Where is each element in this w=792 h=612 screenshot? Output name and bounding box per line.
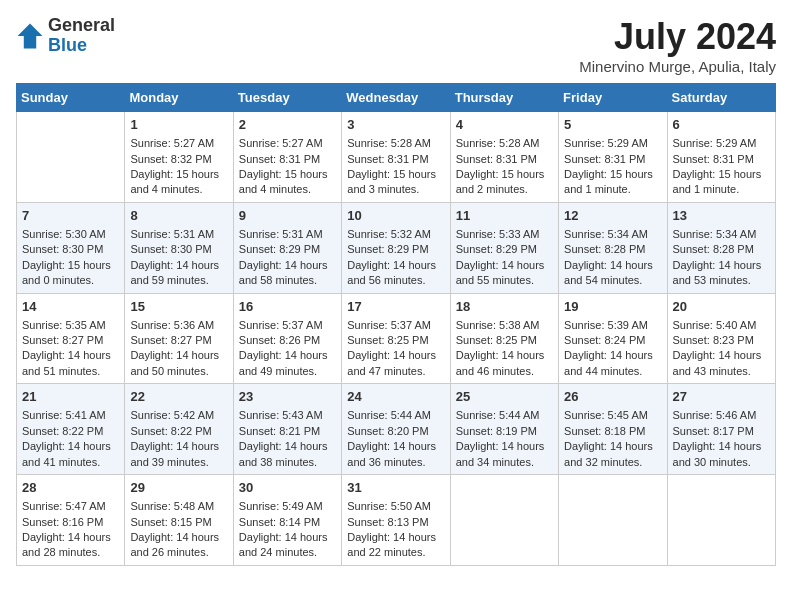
sunrise-text: Sunrise: 5:38 AM [456,319,540,331]
calendar-cell: 24Sunrise: 5:44 AMSunset: 8:20 PMDayligh… [342,384,450,475]
sunset-text: Sunset: 8:28 PM [673,243,754,255]
calendar-week-row: 14Sunrise: 5:35 AMSunset: 8:27 PMDayligh… [17,293,776,384]
sunrise-text: Sunrise: 5:48 AM [130,500,214,512]
calendar-cell: 9Sunrise: 5:31 AMSunset: 8:29 PMDaylight… [233,202,341,293]
sunset-text: Sunset: 8:31 PM [347,153,428,165]
day-header: Wednesday [342,84,450,112]
logo-general: General [48,15,115,35]
sunset-text: Sunset: 8:20 PM [347,425,428,437]
sunrise-text: Sunrise: 5:36 AM [130,319,214,331]
daylight-text: Daylight: 14 hours and 54 minutes. [564,259,653,286]
calendar-cell: 27Sunrise: 5:46 AMSunset: 8:17 PMDayligh… [667,384,775,475]
daylight-text: Daylight: 14 hours and 55 minutes. [456,259,545,286]
daylight-text: Daylight: 15 hours and 4 minutes. [130,168,219,195]
sunset-text: Sunset: 8:28 PM [564,243,645,255]
daylight-text: Daylight: 14 hours and 56 minutes. [347,259,436,286]
daylight-text: Daylight: 14 hours and 46 minutes. [456,349,545,376]
sunset-text: Sunset: 8:29 PM [347,243,428,255]
sunrise-text: Sunrise: 5:46 AM [673,409,757,421]
daylight-text: Daylight: 14 hours and 58 minutes. [239,259,328,286]
daylight-text: Daylight: 14 hours and 36 minutes. [347,440,436,467]
sunrise-text: Sunrise: 5:37 AM [239,319,323,331]
day-number: 28 [22,479,119,497]
sunset-text: Sunset: 8:19 PM [456,425,537,437]
day-number: 21 [22,388,119,406]
day-number: 18 [456,298,553,316]
sunrise-text: Sunrise: 5:29 AM [564,137,648,149]
calendar-week-row: 28Sunrise: 5:47 AMSunset: 8:16 PMDayligh… [17,475,776,566]
calendar-cell [450,475,558,566]
daylight-text: Daylight: 14 hours and 51 minutes. [22,349,111,376]
calendar-cell: 22Sunrise: 5:42 AMSunset: 8:22 PMDayligh… [125,384,233,475]
daylight-text: Daylight: 14 hours and 39 minutes. [130,440,219,467]
day-number: 23 [239,388,336,406]
sunset-text: Sunset: 8:26 PM [239,334,320,346]
sunrise-text: Sunrise: 5:44 AM [456,409,540,421]
calendar-cell: 11Sunrise: 5:33 AMSunset: 8:29 PMDayligh… [450,202,558,293]
sunset-text: Sunset: 8:22 PM [130,425,211,437]
sunset-text: Sunset: 8:15 PM [130,516,211,528]
calendar-cell: 26Sunrise: 5:45 AMSunset: 8:18 PMDayligh… [559,384,667,475]
sunrise-text: Sunrise: 5:37 AM [347,319,431,331]
calendar-body: 1Sunrise: 5:27 AMSunset: 8:32 PMDaylight… [17,112,776,566]
calendar-cell: 29Sunrise: 5:48 AMSunset: 8:15 PMDayligh… [125,475,233,566]
day-number: 16 [239,298,336,316]
sunrise-text: Sunrise: 5:31 AM [239,228,323,240]
daylight-text: Daylight: 14 hours and 28 minutes. [22,531,111,558]
calendar-cell: 2Sunrise: 5:27 AMSunset: 8:31 PMDaylight… [233,112,341,203]
daylight-text: Daylight: 14 hours and 26 minutes. [130,531,219,558]
sunrise-text: Sunrise: 5:31 AM [130,228,214,240]
sunset-text: Sunset: 8:24 PM [564,334,645,346]
sunset-text: Sunset: 8:31 PM [456,153,537,165]
day-number: 13 [673,207,770,225]
day-number: 22 [130,388,227,406]
day-number: 3 [347,116,444,134]
calendar-cell: 23Sunrise: 5:43 AMSunset: 8:21 PMDayligh… [233,384,341,475]
sunrise-text: Sunrise: 5:27 AM [239,137,323,149]
sunset-text: Sunset: 8:13 PM [347,516,428,528]
calendar-cell [17,112,125,203]
calendar-cell: 1Sunrise: 5:27 AMSunset: 8:32 PMDaylight… [125,112,233,203]
sunrise-text: Sunrise: 5:47 AM [22,500,106,512]
sunrise-text: Sunrise: 5:28 AM [456,137,540,149]
daylight-text: Daylight: 15 hours and 3 minutes. [347,168,436,195]
daylight-text: Daylight: 14 hours and 41 minutes. [22,440,111,467]
calendar-cell [667,475,775,566]
sunrise-text: Sunrise: 5:29 AM [673,137,757,149]
logo-icon [16,22,44,50]
sunrise-text: Sunrise: 5:50 AM [347,500,431,512]
svg-marker-0 [18,23,43,48]
sunrise-text: Sunrise: 5:27 AM [130,137,214,149]
daylight-text: Daylight: 15 hours and 1 minute. [673,168,762,195]
sunrise-text: Sunrise: 5:43 AM [239,409,323,421]
sunset-text: Sunset: 8:30 PM [22,243,103,255]
sunrise-text: Sunrise: 5:33 AM [456,228,540,240]
daylight-text: Daylight: 14 hours and 59 minutes. [130,259,219,286]
header-row: SundayMondayTuesdayWednesdayThursdayFrid… [17,84,776,112]
day-header: Friday [559,84,667,112]
calendar-cell: 20Sunrise: 5:40 AMSunset: 8:23 PMDayligh… [667,293,775,384]
daylight-text: Daylight: 14 hours and 24 minutes. [239,531,328,558]
day-number: 29 [130,479,227,497]
day-number: 9 [239,207,336,225]
calendar-cell: 19Sunrise: 5:39 AMSunset: 8:24 PMDayligh… [559,293,667,384]
calendar-cell: 28Sunrise: 5:47 AMSunset: 8:16 PMDayligh… [17,475,125,566]
sunset-text: Sunset: 8:32 PM [130,153,211,165]
calendar-cell: 18Sunrise: 5:38 AMSunset: 8:25 PMDayligh… [450,293,558,384]
day-number: 14 [22,298,119,316]
calendar-cell: 8Sunrise: 5:31 AMSunset: 8:30 PMDaylight… [125,202,233,293]
calendar-cell: 7Sunrise: 5:30 AMSunset: 8:30 PMDaylight… [17,202,125,293]
day-number: 2 [239,116,336,134]
calendar-header: SundayMondayTuesdayWednesdayThursdayFrid… [17,84,776,112]
day-number: 27 [673,388,770,406]
daylight-text: Daylight: 14 hours and 47 minutes. [347,349,436,376]
calendar-cell: 21Sunrise: 5:41 AMSunset: 8:22 PMDayligh… [17,384,125,475]
sunset-text: Sunset: 8:31 PM [673,153,754,165]
sunrise-text: Sunrise: 5:40 AM [673,319,757,331]
calendar-cell: 3Sunrise: 5:28 AMSunset: 8:31 PMDaylight… [342,112,450,203]
month-year: July 2024 [579,16,776,58]
day-number: 4 [456,116,553,134]
day-number: 15 [130,298,227,316]
calendar-cell: 16Sunrise: 5:37 AMSunset: 8:26 PMDayligh… [233,293,341,384]
sunrise-text: Sunrise: 5:42 AM [130,409,214,421]
